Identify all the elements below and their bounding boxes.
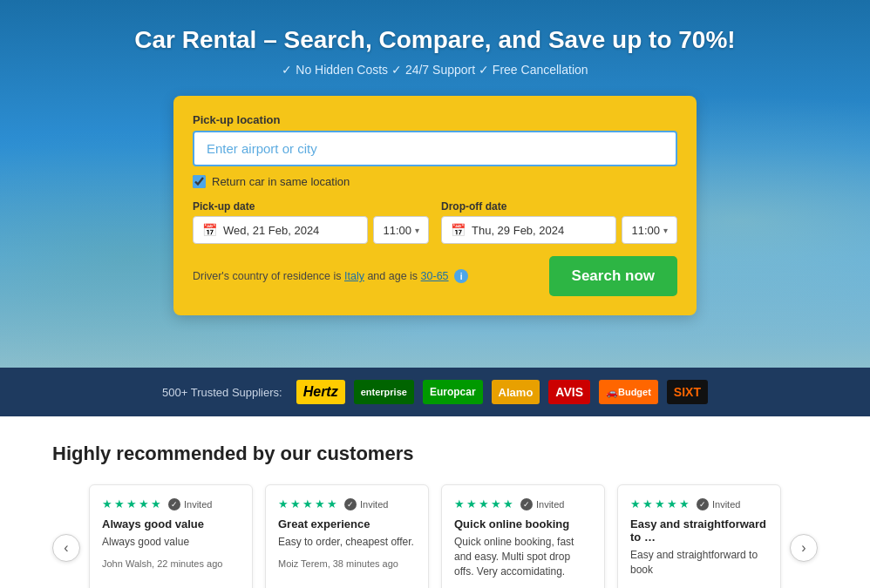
budget-logo: 🚗Budget	[599, 380, 658, 404]
enterprise-logo: enterprise	[354, 380, 414, 404]
carousel-next-button[interactable]: ›	[790, 534, 818, 562]
return-location-label: Return car in same location	[212, 175, 350, 188]
invited-label: Invited	[712, 499, 740, 510]
sixt-logo: SIXT	[667, 380, 708, 404]
dropoff-date-field: Drop-off date 📅 Thu, 29 Feb, 2024 11:00 …	[441, 200, 677, 244]
pickup-time-value: 11:00	[383, 224, 411, 237]
pickup-date-select[interactable]: 📅 Wed, 21 Feb, 2024	[193, 216, 368, 244]
section-title: Highly recommended by our customers	[52, 443, 818, 465]
review-card: ★★★★★ ✓ Invited Always good value Always…	[89, 484, 253, 588]
review-title: Quick online booking	[454, 517, 592, 531]
pickup-date-input-row: 📅 Wed, 21 Feb, 2024 11:00 ▾	[193, 216, 429, 244]
carousel-prev-button[interactable]: ‹	[52, 534, 80, 562]
star-icon: ★	[491, 497, 501, 510]
review-author: Moiz Terem, 38 minutes ago	[278, 558, 416, 569]
star-icon: ★	[315, 497, 325, 510]
star-icon: ★	[479, 497, 489, 510]
star-rating: ★★★★★	[278, 497, 337, 510]
calendar-icon: 📅	[451, 223, 466, 237]
star-icon: ★	[655, 497, 665, 510]
review-body: Always good value	[102, 535, 240, 550]
pickup-label: Pick-up location	[193, 113, 677, 126]
dropoff-date-value: Thu, 29 Feb, 2024	[472, 224, 564, 237]
check-icon: ✓	[520, 498, 533, 510]
review-title: Always good value	[102, 517, 240, 531]
dropoff-time-select[interactable]: 11:00 ▾	[622, 216, 677, 244]
residence-text: Driver's country of residence is Italy a…	[193, 269, 540, 283]
star-icon: ★	[454, 497, 465, 510]
hero-subtitle: ✓ No Hidden Costs ✓ 24/7 Support ✓ Free …	[282, 63, 588, 77]
dates-row: Pick-up date 📅 Wed, 21 Feb, 2024 11:00 ▾…	[193, 200, 677, 244]
check-icon: ✓	[697, 498, 709, 510]
star-icon: ★	[503, 497, 513, 510]
review-header: ★★★★★ ✓ Invited	[278, 497, 416, 510]
review-card: ★★★★★ ✓ Invited Quick online booking Qui…	[441, 484, 605, 588]
star-rating: ★★★★★	[102, 497, 161, 510]
pickup-date-label: Pick-up date	[193, 200, 429, 213]
check-icon: ✓	[344, 498, 357, 510]
review-header: ★★★★★ ✓ Invited	[102, 497, 240, 510]
review-body: Easy and straightforward to book	[630, 548, 768, 578]
review-title: Easy and straightforward to …	[630, 517, 768, 544]
star-icon: ★	[302, 497, 313, 510]
chevron-down-icon: ▾	[415, 226, 419, 235]
star-icon: ★	[290, 497, 301, 510]
review-card: ★★★★★ ✓ Invited Great experience Easy to…	[265, 484, 429, 588]
suppliers-bar: 500+ Trusted Suppliers: Hertz enterprise…	[0, 368, 870, 416]
review-body: Easy to order, cheapest offer.	[278, 535, 416, 550]
review-header: ★★★★★ ✓ Invited	[454, 497, 592, 510]
review-author: John Walsh, 22 minutes ago	[102, 558, 240, 569]
page-title: Car Rental – Search, Compare, and Save u…	[134, 26, 735, 54]
reviews-carousel: ‹ ★★★★★ ✓ Invited Always good value Alwa…	[52, 484, 818, 588]
return-same-checkbox[interactable]	[193, 175, 206, 188]
invited-badge: ✓ Invited	[520, 498, 564, 510]
dropoff-date-select[interactable]: 📅 Thu, 29 Feb, 2024	[441, 216, 616, 244]
search-box: Pick-up location Return car in same loca…	[173, 96, 697, 315]
dropoff-time-value: 11:00	[631, 224, 660, 237]
search-bottom-row: Driver's country of residence is Italy a…	[193, 256, 677, 296]
dropoff-date-label: Drop-off date	[441, 200, 677, 213]
star-icon: ★	[642, 497, 653, 510]
residence-country[interactable]: Italy	[344, 270, 364, 282]
check-icon: ✓	[168, 498, 180, 510]
pickup-date-field: Pick-up date 📅 Wed, 21 Feb, 2024 11:00 ▾	[193, 200, 429, 244]
star-icon: ★	[327, 497, 337, 510]
invited-label: Invited	[536, 499, 564, 510]
star-icon: ★	[114, 497, 125, 510]
alamo-logo: Alamo	[492, 380, 540, 404]
recommendations-section: Highly recommended by our customers ‹ ★★…	[0, 416, 870, 588]
europcar-logo: Europcar	[423, 380, 483, 404]
supplier-logos: Hertz enterprise Europcar Alamo AVIS 🚗Bu…	[296, 380, 708, 404]
residence-age[interactable]: 30-65	[421, 270, 449, 282]
star-icon: ★	[466, 497, 477, 510]
star-icon: ★	[679, 497, 690, 510]
search-input[interactable]	[193, 131, 677, 166]
invited-badge: ✓ Invited	[168, 498, 212, 510]
star-icon: ★	[139, 497, 149, 510]
residence-before: Driver's country of residence is	[193, 270, 342, 282]
star-icon: ★	[630, 497, 641, 510]
star-icon: ★	[667, 497, 677, 510]
reviews-grid: ★★★★★ ✓ Invited Always good value Always…	[89, 484, 781, 588]
pickup-time-select[interactable]: 11:00 ▾	[373, 216, 429, 244]
pickup-date-value: Wed, 21 Feb, 2024	[223, 224, 319, 237]
residence-mid: and age is	[367, 270, 418, 282]
suppliers-label: 500+ Trusted Suppliers:	[162, 386, 282, 399]
review-title: Great experience	[278, 517, 416, 531]
review-card: ★★★★★ ✓ Invited Easy and straightforward…	[617, 484, 781, 588]
search-button[interactable]: Search now	[549, 256, 677, 296]
invited-badge: ✓ Invited	[344, 498, 388, 510]
star-rating: ★★★★★	[630, 497, 690, 510]
chevron-down-icon: ▾	[663, 226, 668, 235]
avis-logo: AVIS	[548, 380, 590, 404]
invited-label: Invited	[184, 499, 212, 510]
star-icon: ★	[278, 497, 289, 510]
return-location-row: Return car in same location	[193, 175, 677, 188]
hero-section: Car Rental – Search, Compare, and Save u…	[0, 0, 870, 368]
invited-label: Invited	[360, 499, 388, 510]
invited-badge: ✓ Invited	[697, 498, 740, 510]
hertz-logo: Hertz	[296, 380, 345, 404]
review-header: ★★★★★ ✓ Invited	[630, 497, 768, 510]
dropoff-date-input-row: 📅 Thu, 29 Feb, 2024 11:00 ▾	[441, 216, 677, 244]
info-icon[interactable]: i	[454, 269, 468, 283]
